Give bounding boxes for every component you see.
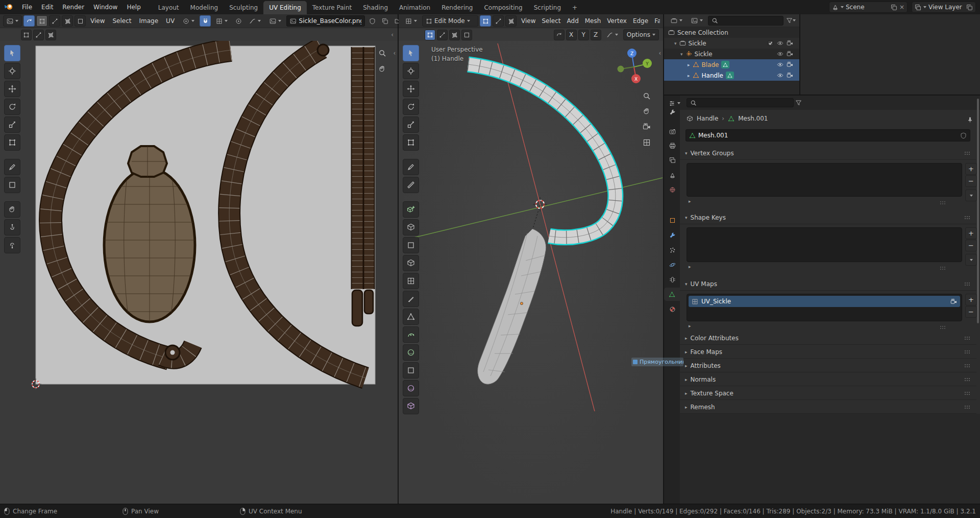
uv-canvas[interactable]: ‹ xyxy=(0,41,398,504)
scale-tool-button[interactable] xyxy=(4,116,20,133)
filter-button[interactable] xyxy=(785,15,796,26)
zoom-view-button[interactable] xyxy=(641,90,653,102)
mesh-menu[interactable]: Mesh xyxy=(582,17,604,25)
uv-menu-uv[interactable]: UV xyxy=(163,17,178,25)
rotate-tool-button[interactable] xyxy=(403,99,419,115)
snap-target-dropdown[interactable] xyxy=(212,15,231,27)
mirror-toggle[interactable] xyxy=(554,30,565,40)
uv-select-face-button[interactable] xyxy=(62,15,73,27)
scale-tool-button[interactable] xyxy=(403,116,419,133)
panel-grip[interactable] xyxy=(964,378,971,382)
properties-filter-button[interactable] xyxy=(793,97,804,108)
relax-tool-button[interactable] xyxy=(4,219,20,236)
breadcrumb-object[interactable]: Handle xyxy=(697,115,718,122)
move-tool-button[interactable] xyxy=(4,81,20,97)
handle-mesh[interactable] xyxy=(478,229,546,384)
menu-file[interactable]: File xyxy=(17,0,37,14)
tab-compositing[interactable]: Compositing xyxy=(478,1,528,14)
extrude-tool-button[interactable] xyxy=(403,219,419,236)
orthographic-toggle-button[interactable] xyxy=(641,136,653,149)
uv-map-name[interactable]: UV_Sickle xyxy=(701,298,731,305)
tab-tool[interactable] xyxy=(665,105,679,119)
section-attributes[interactable]: ▸Attributes xyxy=(680,359,976,372)
shield-icon[interactable] xyxy=(960,132,967,139)
knife-tool-button[interactable] xyxy=(403,291,419,307)
uv-menu-image[interactable]: Image xyxy=(136,17,162,25)
panel-grip[interactable] xyxy=(964,350,971,354)
uv-select-edge-button[interactable] xyxy=(49,15,60,27)
zoom-in-button[interactable] xyxy=(376,47,388,59)
outliner-row-scene-collection[interactable]: Scene Collection xyxy=(664,27,799,38)
navigation-gizmo[interactable]: Z Y X xyxy=(612,45,656,89)
options-dropdown[interactable]: Options xyxy=(623,29,659,40)
proportional-falloff-dropdown[interactable] xyxy=(603,29,622,40)
collapse-region-chevron[interactable]: ‹ xyxy=(391,31,394,38)
camera-icon[interactable] xyxy=(787,61,793,68)
pan-view-button[interactable] xyxy=(641,105,653,117)
face-menu[interactable]: Face xyxy=(651,17,660,25)
add-uv-map-button[interactable]: + xyxy=(965,294,977,305)
new-image-button[interactable] xyxy=(379,15,390,27)
viewport-canvas[interactable]: User Perspective (1) Handle xyxy=(399,41,663,504)
transform-tool-button[interactable] xyxy=(403,134,419,151)
tab-render[interactable] xyxy=(665,125,679,138)
annotate-tool-button[interactable] xyxy=(4,159,20,175)
section-remesh[interactable]: ▸Remesh xyxy=(680,401,976,414)
browse-image-dropdown[interactable] xyxy=(266,15,285,27)
eye-icon[interactable] xyxy=(777,72,783,79)
remove-shape-key-button[interactable]: − xyxy=(965,240,977,251)
vertex-groups-expand[interactable]: ▸ xyxy=(689,199,691,204)
inset-faces-tool-button[interactable] xyxy=(403,237,419,253)
uv-mode-button-1[interactable] xyxy=(21,30,32,40)
panel-grip[interactable] xyxy=(964,391,971,395)
transform-tool-button[interactable] xyxy=(4,134,20,151)
eye-icon[interactable] xyxy=(777,61,783,68)
outliner-row-collection-sickle[interactable]: ▾ Sickle xyxy=(664,38,799,49)
uv-menu-select[interactable]: Select xyxy=(109,17,134,25)
outliner-editor-type-dropdown[interactable] xyxy=(667,15,686,26)
tab-shading[interactable]: Shading xyxy=(357,1,394,14)
mirror-z-toggle[interactable]: Z xyxy=(591,30,601,40)
vertex-groups-list[interactable] xyxy=(687,163,962,197)
tab-rendering[interactable]: Rendering xyxy=(436,1,478,14)
new-scene-icon[interactable] xyxy=(891,4,897,11)
section-shape-keys[interactable]: ▾ Shape Keys xyxy=(680,211,976,224)
tab-constraints[interactable] xyxy=(665,273,679,286)
gizmo-neg-y-ball[interactable] xyxy=(618,66,624,73)
subpanel-grip[interactable] xyxy=(940,325,947,329)
breadcrumb-mesh[interactable]: Mesh.001 xyxy=(738,115,768,122)
uv-sync-selection-toggle[interactable] xyxy=(23,15,35,27)
mirror-x-toggle[interactable]: X xyxy=(566,30,577,40)
camera-icon[interactable] xyxy=(787,72,793,79)
shear-tool-button[interactable] xyxy=(403,398,419,414)
add-menu[interactable]: Add xyxy=(564,17,582,25)
shrink-fatten-tool-button[interactable] xyxy=(403,380,419,396)
image-name-field[interactable]: Sickle_BaseColor.png xyxy=(286,15,365,27)
proportional-editing-toggle[interactable] xyxy=(233,15,244,27)
tab-modeling[interactable]: Modeling xyxy=(185,1,224,14)
remove-vertex-group-button[interactable]: − xyxy=(965,175,977,187)
smooth-tool-button[interactable] xyxy=(403,344,419,361)
panel-grip[interactable] xyxy=(964,405,971,409)
menu-window[interactable]: Window xyxy=(89,0,122,14)
loop-cut-tool-button[interactable] xyxy=(403,273,419,289)
panel-grip[interactable] xyxy=(964,336,971,340)
cursor-tool-button[interactable] xyxy=(4,63,20,79)
unlink-scene-button[interactable]: × xyxy=(899,4,904,11)
eye-icon[interactable] xyxy=(777,40,783,46)
disclosure-triangle[interactable]: ▾ xyxy=(674,41,677,46)
tab-world[interactable] xyxy=(665,183,679,196)
vertex-mode-button[interactable] xyxy=(480,15,491,27)
bevel-tool-button[interactable] xyxy=(403,255,419,271)
vp-mode-button-3[interactable] xyxy=(449,30,460,40)
uv-mode-button-3[interactable] xyxy=(45,30,56,40)
tab-texture-paint[interactable]: Texture Paint xyxy=(307,1,357,14)
scene-selector[interactable]: Scene × xyxy=(829,2,908,13)
vp-mode-button-1[interactable] xyxy=(425,30,435,40)
mirror-y-toggle[interactable]: Y xyxy=(578,30,589,40)
section-uv-maps[interactable]: ▾ UV Maps xyxy=(680,277,976,291)
add-vertex-group-button[interactable]: + xyxy=(965,163,977,175)
subpanel-grip[interactable] xyxy=(940,266,947,270)
panel-grip[interactable] xyxy=(964,216,971,220)
uv-mode-button-2[interactable] xyxy=(33,30,44,40)
